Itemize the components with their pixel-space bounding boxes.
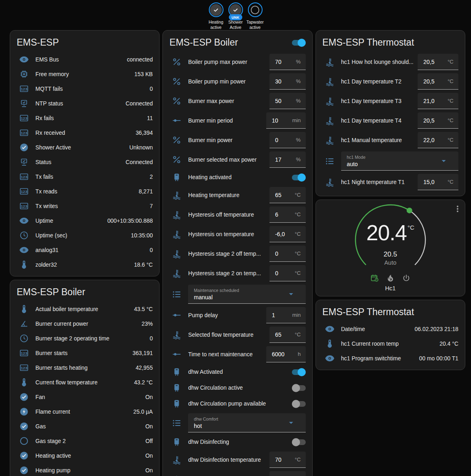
- entity-row[interactable]: hc1 Day temperature T220,5°C: [322, 72, 458, 91]
- number-input[interactable]: 0%: [269, 132, 306, 148]
- toggle-switch[interactable]: [292, 438, 306, 446]
- entity-row[interactable]: Burner stage 2 operating time0: [17, 331, 153, 346]
- check-circle-icon: [19, 392, 29, 402]
- entity-row[interactable]: zolder3218.6 °C: [17, 257, 153, 272]
- calendar-clock-icon[interactable]: [370, 274, 379, 283]
- entity-row[interactable]: hc1 Program switchtime00 mo 00:00 T1: [322, 351, 458, 366]
- entity-row[interactable]: Uptime (sec)10:35:00: [17, 228, 153, 243]
- number-input[interactable]: 20,5°C: [418, 54, 458, 70]
- entity-row[interactable]: Heating temperature65°C: [169, 185, 305, 205]
- entity-row[interactable]: Burner min period10min: [169, 111, 305, 130]
- entity-row[interactable]: dhw Comforthot: [169, 412, 305, 434]
- dial-handle[interactable]: [407, 208, 412, 213]
- power-icon[interactable]: [402, 274, 411, 283]
- entity-row[interactable]: Pump delay1min: [169, 305, 305, 325]
- number-input[interactable]: 40°C: [269, 471, 306, 476]
- number-input[interactable]: 1min: [266, 307, 306, 323]
- entity-row[interactable]: hc1 How hot lounge should...20,5°C: [322, 52, 458, 72]
- fire-icon[interactable]: [386, 274, 395, 283]
- entity-row[interactable]: Hysteresis stage 2 off temp...0°C: [169, 244, 305, 263]
- entity-row[interactable]: Current flow temperature43.2 °C: [17, 375, 153, 390]
- badge-heating-active[interactable]: Heatingactive: [207, 2, 225, 29]
- toggle-switch[interactable]: [292, 173, 306, 182]
- entity-row[interactable]: hc1 Night temperature T115,0°C: [322, 172, 458, 192]
- badge-tapwater-active[interactable]: Tapwateractive: [246, 2, 264, 29]
- number-input[interactable]: 65°C: [269, 327, 306, 343]
- select-input[interactable]: hc1 Modeauto: [341, 151, 458, 171]
- number-input[interactable]: 21,0°C: [418, 93, 458, 109]
- entity-row[interactable]: dhw Activated: [169, 364, 305, 380]
- entity-row[interactable]: Hysteresis stage 2 on temp...0°C: [169, 263, 305, 283]
- entity-row[interactable]: Uptime000+10:35:00.888: [17, 213, 153, 228]
- number-input[interactable]: 20,5°C: [418, 112, 458, 129]
- entity-row[interactable]: hc1 Modeauto: [322, 150, 458, 172]
- entity-row[interactable]: dhw Disinfecting: [169, 434, 305, 450]
- entity-row[interactable]: FanOn: [17, 390, 153, 404]
- entity-row[interactable]: Burner current power23%: [17, 316, 153, 331]
- entity-row[interactable]: Time to next maintenance6000h: [169, 344, 305, 364]
- number-input[interactable]: 70%: [269, 54, 306, 70]
- number-input[interactable]: 50%: [269, 93, 306, 109]
- number-input[interactable]: 70°C: [269, 452, 306, 468]
- number-input[interactable]: -6,0°C: [269, 226, 306, 242]
- badge-shower-active[interactable]: UNK ShowerActive: [227, 2, 245, 29]
- dots-vertical-icon[interactable]: [453, 204, 462, 214]
- entity-row[interactable]: Boiler pump min power30%: [169, 72, 305, 91]
- entity-row[interactable]: Heating activated: [169, 169, 305, 185]
- entity-row[interactable]: 123Tx fails2: [17, 169, 153, 184]
- entity-row[interactable]: Heating pumpOn: [17, 463, 153, 476]
- entity-row[interactable]: Hysteresis on temperature-6,0°C: [169, 224, 305, 244]
- entity-row[interactable]: 123Tx reads8,271: [17, 184, 153, 199]
- entity-row[interactable]: 123Rx received36,394: [17, 125, 153, 140]
- entity-row[interactable]: Shower ActiveUnknown: [17, 140, 153, 155]
- number-input[interactable]: 10min: [266, 112, 306, 129]
- entity-row[interactable]: hc1 Current room temp20.4 °C: [322, 336, 458, 351]
- number-input[interactable]: 0°C: [269, 265, 306, 281]
- entity-row[interactable]: dhw Circulation pump available: [169, 396, 305, 412]
- number-input[interactable]: 30%: [269, 73, 306, 90]
- entity-row[interactable]: Flame current25.0 µA: [17, 404, 153, 419]
- entity-row[interactable]: Boiler pump max power70%: [169, 52, 305, 72]
- entity-row[interactable]: GasOn: [17, 419, 153, 434]
- number-input[interactable]: 6000h: [266, 346, 306, 362]
- number-input[interactable]: 6°C: [269, 206, 306, 223]
- entity-row[interactable]: StatusConnected: [17, 155, 153, 169]
- toggle-switch[interactable]: [292, 368, 306, 376]
- entity-row[interactable]: NTP statusConnected: [17, 96, 153, 111]
- entity-row[interactable]: hc1 Day temperature T420,5°C: [322, 111, 458, 130]
- entity-row[interactable]: analog310: [17, 243, 153, 257]
- entity-row[interactable]: 123Tx writes7: [17, 199, 153, 213]
- entity-row[interactable]: 123Rx fails11: [17, 111, 153, 125]
- entity-row[interactable]: Hysteresis off temperature6°C: [169, 205, 305, 224]
- entity-row[interactable]: Heating activeOn: [17, 448, 153, 463]
- entity-row[interactable]: Maintenance scheduledmanual: [169, 283, 305, 305]
- entity-row[interactable]: hc1 Day temperature T321,0°C: [322, 91, 458, 111]
- entity-row[interactable]: dhw Circulation active: [169, 380, 305, 396]
- toggle-switch[interactable]: [292, 400, 306, 408]
- select-input[interactable]: dhw Comforthot: [188, 413, 305, 432]
- toggle-switch[interactable]: [292, 39, 306, 47]
- entity-row[interactable]: 123Burner starts heating42,955: [17, 360, 153, 375]
- number-input[interactable]: 0°C: [269, 246, 306, 262]
- entity-row[interactable]: Burner selected max power17%: [169, 150, 305, 169]
- entity-row[interactable]: Gas stage 2Off: [17, 434, 153, 448]
- entity-row[interactable]: Date/time06.02.2023 21:18: [322, 322, 458, 336]
- number-input[interactable]: 65°C: [269, 187, 306, 203]
- number-input[interactable]: 15,0°C: [418, 174, 458, 190]
- toggle-switch[interactable]: [292, 384, 306, 392]
- entity-row[interactable]: 123Burner starts363,191: [17, 346, 153, 360]
- number-input[interactable]: 22,0°C: [418, 132, 458, 148]
- entity-row[interactable]: 123MQTT fails0: [17, 81, 153, 96]
- number-input[interactable]: 20,5°C: [418, 73, 458, 90]
- entity-row[interactable]: dhw Disinfection temperature70°C: [169, 450, 305, 469]
- select-input[interactable]: Maintenance scheduledmanual: [188, 285, 305, 304]
- entity-row[interactable]: Selected flow temperature65°C: [169, 325, 305, 344]
- entity-row[interactable]: EMS Busconnected: [17, 52, 153, 67]
- number-input[interactable]: 17%: [269, 151, 306, 168]
- entity-row[interactable]: hc1 Manual temperature22,0°C: [322, 130, 458, 150]
- entity-row[interactable]: dhw Flow temperature offset40°C: [169, 469, 305, 476]
- entity-row[interactable]: Actual boiler temperature43.5 °C: [17, 302, 153, 316]
- entity-row[interactable]: Free memory153 KB: [17, 67, 153, 81]
- entity-row[interactable]: Burner min power0%: [169, 130, 305, 150]
- entity-row[interactable]: Burner max power50%: [169, 91, 305, 111]
